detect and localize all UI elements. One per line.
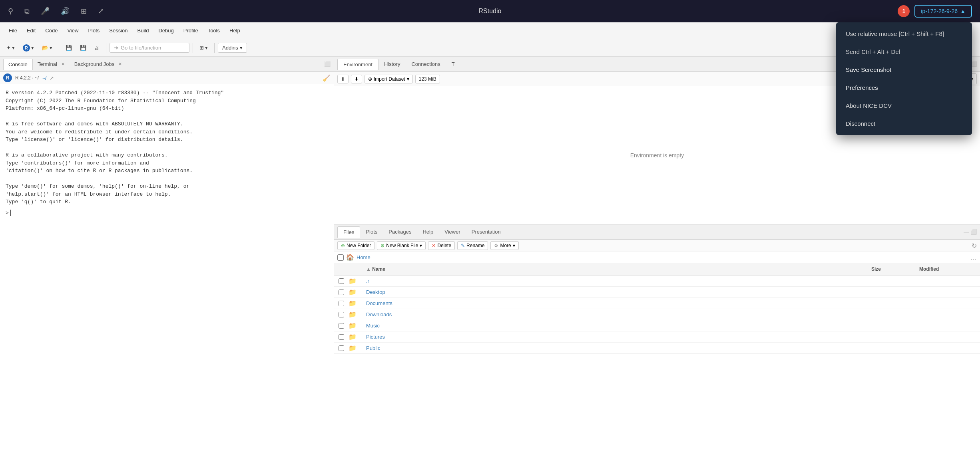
file-checkbox-documents[interactable] — [334, 301, 349, 306]
memory-display: 123 MiB — [415, 75, 440, 83]
dcv-menu-item-relative-mouse[interactable]: Use relative mouse [Ctrl + Shift + F8] — [836, 25, 972, 43]
tab-terminal[interactable]: Terminal ✕ — [33, 59, 70, 69]
menu-code[interactable]: Code — [41, 25, 62, 36]
screen-icon[interactable]: ⊞ — [81, 7, 87, 16]
tab-viewer[interactable]: Viewer — [439, 226, 466, 237]
new-file-dropdown-icon: ▾ — [12, 45, 15, 51]
files-panel-controls: — ⬜ — [964, 229, 977, 235]
file-modified-desktop — [916, 291, 980, 294]
tab-connections[interactable]: Connections — [406, 59, 446, 69]
file-checkbox-pictures[interactable] — [334, 334, 349, 340]
tab-tutorial[interactable]: T — [446, 59, 460, 69]
tab-console[interactable]: Console — [3, 59, 33, 70]
dcv-menu-item-save-screenshot[interactable]: Save Screenshot — [836, 61, 972, 79]
mic-off-icon[interactable]: 🎤 — [41, 7, 50, 16]
tab-history[interactable]: History — [378, 59, 406, 69]
layout-dropdown-icon: ▾ — [205, 45, 208, 51]
file-name-desktop[interactable]: Desktop — [363, 287, 868, 297]
menu-build[interactable]: Build — [133, 25, 153, 36]
menu-debug[interactable]: Debug — [154, 25, 177, 36]
dcv-menu-item-send-ctrl-alt-del[interactable]: Send Ctrl + Alt + Del — [836, 43, 972, 61]
files-refresh-button[interactable]: ↻ — [972, 242, 977, 250]
tab-plots[interactable]: Plots — [360, 226, 383, 237]
copy-icon[interactable]: ⧉ — [24, 7, 30, 16]
open-file-button[interactable]: 📂 ▾ — [39, 43, 56, 52]
dcv-menu-item-disconnect[interactable]: Disconnect — [836, 115, 972, 133]
file-checkbox-r[interactable] — [334, 278, 349, 284]
menu-file[interactable]: File — [5, 25, 21, 36]
goto-file-input[interactable]: ➜ Go to file/function — [110, 43, 189, 53]
menu-tools[interactable]: Tools — [204, 25, 224, 36]
files-minimize-icon[interactable]: — — [964, 229, 969, 235]
file-name-music[interactable]: Music — [363, 321, 868, 330]
header-name[interactable]: ▲ Name — [363, 265, 868, 274]
tab-presentation[interactable]: Presentation — [466, 226, 506, 237]
rename-button[interactable]: ✎ Rename — [457, 241, 488, 250]
save-button[interactable]: 💾 — [62, 43, 75, 52]
home-icon[interactable]: 🏠 — [346, 254, 354, 261]
header-size: Size — [868, 265, 916, 274]
file-name-r[interactable]: .r — [363, 276, 868, 286]
background-jobs-close-icon[interactable]: ✕ — [118, 61, 122, 67]
menu-help[interactable]: Help — [225, 25, 244, 36]
file-size-pictures — [868, 335, 916, 339]
addins-button[interactable]: Addins ▾ — [218, 43, 247, 53]
file-checkbox-public[interactable] — [334, 345, 349, 351]
refresh-icon: ↻ — [972, 242, 977, 249]
menu-plots[interactable]: Plots — [84, 25, 104, 36]
print-button[interactable]: 🖨 — [91, 43, 103, 52]
save-all-button[interactable]: 💾 — [77, 43, 90, 52]
fullscreen-icon[interactable]: ⤢ — [98, 7, 104, 16]
menu-profile[interactable]: Profile — [179, 25, 202, 36]
r-project-button[interactable]: R ▾ — [20, 43, 37, 53]
tab-environment[interactable]: Environment — [337, 59, 378, 70]
dcv-menu-item-preferences[interactable]: Preferences — [836, 79, 972, 97]
select-all-checkbox[interactable] — [337, 254, 344, 261]
save-workspace-button[interactable]: ⬇ — [351, 75, 362, 83]
console-expand-icon[interactable]: ⬜ — [324, 61, 331, 67]
console-path-icon[interactable]: ↗ — [50, 75, 54, 81]
load-workspace-button[interactable]: ⬆ — [337, 75, 349, 83]
file-name-downloads[interactable]: Downloads — [363, 310, 868, 319]
menu-edit[interactable]: Edit — [23, 25, 40, 36]
tab-files[interactable]: Files — [337, 226, 360, 238]
breadcrumb-home[interactable]: Home — [357, 254, 370, 260]
file-size-public — [868, 347, 916, 350]
tab-help[interactable]: Help — [417, 226, 439, 237]
file-name-public[interactable]: Public — [363, 343, 868, 353]
console-cursor[interactable] — [10, 210, 11, 216]
new-folder-icon: ⊕ — [341, 243, 345, 248]
header-checkbox — [334, 265, 349, 274]
menu-view[interactable]: View — [63, 25, 82, 36]
terminal-close-icon[interactable]: ✕ — [61, 61, 65, 67]
delete-button[interactable]: ✕ Delete — [428, 241, 455, 250]
new-folder-button[interactable]: ⊕ New Folder — [337, 241, 374, 250]
file-name-documents[interactable]: Documents — [363, 299, 868, 308]
console-header: R R 4.2.2 · ~/ ~/ ↗ 🧹 — [0, 72, 334, 84]
server-button[interactable]: ip-172-26-9-26 ▲ — [914, 5, 972, 18]
import-dataset-button[interactable]: ⊕ Import Dataset ▾ — [365, 75, 413, 83]
file-checkbox-music[interactable] — [334, 323, 349, 329]
toolbar-separator-3 — [193, 43, 193, 53]
volume-icon[interactable]: 🔊 — [61, 7, 70, 16]
open-dropdown-icon: ▾ — [50, 45, 52, 51]
tab-packages[interactable]: Packages — [383, 226, 417, 237]
pin-icon[interactable]: ⚲ — [8, 7, 13, 16]
menu-session[interactable]: Session — [105, 25, 131, 36]
new-file-button[interactable]: ✦ ▾ — [3, 43, 18, 52]
new-blank-file-button[interactable]: ⊕ New Blank File ▾ — [377, 241, 426, 250]
workspace-layout-button[interactable]: ⊞ ▾ — [196, 43, 211, 52]
files-maximize-icon[interactable]: ⬜ — [970, 229, 977, 235]
tab-background-jobs[interactable]: Background Jobs ✕ — [70, 59, 127, 69]
notification-badge[interactable]: 1 — [898, 5, 910, 17]
console-path-link[interactable]: ~/ — [42, 75, 46, 81]
file-name-pictures[interactable]: Pictures — [363, 332, 868, 341]
breadcrumb-more-icon[interactable]: … — [970, 254, 977, 261]
app-title: RStudio — [479, 8, 502, 15]
menu-bar: File Edit Code View Plots Session Build … — [0, 22, 980, 39]
more-button[interactable]: ⚙ More ▾ — [490, 241, 518, 250]
dcv-menu-item-about-nice-dcv[interactable]: About NICE DCV — [836, 97, 972, 115]
file-checkbox-downloads[interactable] — [334, 312, 349, 317]
console-clear-button[interactable]: 🧹 — [323, 74, 331, 82]
file-checkbox-desktop[interactable] — [334, 289, 349, 295]
